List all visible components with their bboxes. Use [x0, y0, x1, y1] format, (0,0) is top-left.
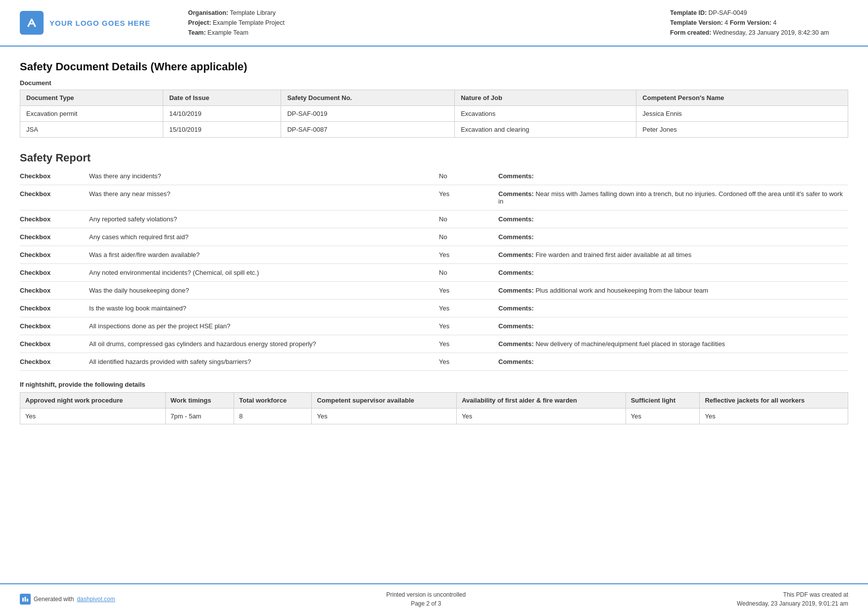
doc-cell-1-3: Excavation and clearing: [455, 122, 636, 138]
safety-row: Checkbox Any noted environmental inciden…: [20, 264, 848, 282]
document-section-label: Document: [20, 79, 848, 87]
answer-text: No: [439, 215, 498, 223]
doc-col-nature: Nature of Job: [455, 90, 636, 106]
doc-table-body: Excavation permit14/10/2019DP-SAF-0019Ex…: [20, 106, 848, 138]
question-text: Was there any near misses?: [89, 190, 439, 198]
footer-generated-text: Generated with: [34, 596, 74, 603]
night-table-body: Yes7pm - 5am8YesYesYesYes: [20, 409, 848, 424]
team-line: Team: Example Team: [188, 28, 248, 38]
project-line: Project: Example Template Project: [188, 18, 285, 28]
comments-text: Comments:: [498, 322, 848, 330]
doc-table-row: JSA15/10/2019DP-SAF-0087Excavation and c…: [20, 122, 848, 138]
comments-text: Comments: Plus additional work and house…: [498, 287, 848, 294]
safety-row: Checkbox Was there any near misses? Yes …: [20, 185, 848, 210]
answer-text: Yes: [439, 322, 498, 330]
checkbox-label: Checkbox: [20, 287, 89, 294]
comments-text: Comments:: [498, 172, 848, 180]
comments-text: Comments: New delivery of machine/equipm…: [498, 340, 848, 348]
footer-left: Generated with dashpivot.com: [20, 594, 115, 605]
question-text: Any noted environmental incidents? (Chem…: [89, 269, 439, 276]
header: YOUR LOGO GOES HERE Organisation: Templa…: [0, 0, 868, 47]
checkbox-label: Checkbox: [20, 233, 89, 241]
team-label: Team:: [188, 29, 206, 36]
logo-area: YOUR LOGO GOES HERE: [20, 11, 158, 35]
form-created-line: Form created: Wednesday, 23 January 2019…: [670, 28, 829, 38]
checkbox-label: Checkbox: [20, 358, 89, 365]
comments-text: Comments:: [498, 269, 848, 276]
checkbox-label: Checkbox: [20, 305, 89, 312]
checkbox-label: Checkbox: [20, 322, 89, 330]
night-cell-0-4: Yes: [457, 409, 626, 424]
project-label: Project:: [188, 19, 211, 26]
answer-text: No: [439, 172, 498, 180]
question-text: Any cases which required first aid?: [89, 233, 439, 241]
footer-logo-icon: [20, 594, 31, 605]
answer-text: Yes: [439, 340, 498, 348]
doc-table-header-row: Document Type Date of Issue Safety Docum…: [20, 90, 848, 106]
night-col-header-2: Total workforce: [234, 393, 312, 409]
template-id-line: Template ID: DP-SAF-0049: [670, 8, 747, 18]
question-text: All oil drums, compressed gas cylinders …: [89, 340, 439, 348]
doc-col-person: Competent Person's Name: [636, 90, 848, 106]
logo-text: YOUR LOGO GOES HERE: [49, 19, 150, 27]
question-text: Is the waste log book maintained?: [89, 305, 439, 312]
svg-rect-1: [25, 597, 26, 602]
footer-right: This PDF was created at Wednesday, 23 Ja…: [737, 590, 848, 608]
question-text: Was there any incidents?: [89, 172, 439, 180]
comments-text: Comments:: [498, 215, 848, 223]
doc-cell-0-4: Jessica Ennis: [636, 106, 848, 122]
footer-center-line2: Page 2 of 3: [386, 599, 466, 608]
safety-report-rows: Checkbox Was there any incidents? No Com…: [20, 167, 848, 371]
org-label: Organisation:: [188, 9, 228, 16]
doc-col-date: Date of Issue: [163, 90, 281, 106]
answer-text: Yes: [439, 305, 498, 312]
comments-text: Comments: Near miss with James falling d…: [498, 190, 848, 205]
doc-col-number: Safety Document No.: [281, 90, 455, 106]
content: Safety Document Details (Where applicabl…: [0, 47, 868, 583]
doc-cell-0-3: Excavations: [455, 106, 636, 122]
safety-row: Checkbox Is the waste log book maintaine…: [20, 300, 848, 317]
footer: Generated with dashpivot.com Printed ver…: [0, 583, 868, 614]
page-title: Safety Document Details (Where applicabl…: [20, 60, 848, 73]
doc-cell-0-0: Excavation permit: [20, 106, 163, 122]
answer-text: Yes: [439, 358, 498, 365]
doc-table-row: Excavation permit14/10/2019DP-SAF-0019Ex…: [20, 106, 848, 122]
doc-cell-1-1: 15/10/2019: [163, 122, 281, 138]
comments-text: Comments:: [498, 305, 848, 312]
nightshift-label: If nightshift, provide the following det…: [20, 381, 848, 388]
doc-cell-0-1: 14/10/2019: [163, 106, 281, 122]
night-col-header-5: Sufficient light: [626, 393, 700, 409]
template-version-line: Template Version: 4 Form Version: 4: [670, 18, 776, 28]
header-meta: Organisation: Template Library Project: …: [158, 8, 670, 38]
logo-icon: [20, 11, 44, 35]
night-cell-0-2: 8: [234, 409, 312, 424]
night-table-header-row: Approved night work procedureWork timing…: [20, 393, 848, 409]
comments-text: Comments: Fire warden and trained first …: [498, 251, 848, 258]
footer-center-line1: Printed version is uncontrolled: [386, 590, 466, 599]
checkbox-label: Checkbox: [20, 190, 89, 198]
night-cell-0-5: Yes: [626, 409, 700, 424]
comments-text: Comments:: [498, 233, 848, 241]
question-text: Was a first aider/fire warden available?: [89, 251, 439, 258]
night-cell-0-3: Yes: [312, 409, 457, 424]
safety-row: Checkbox Any cases which required first …: [20, 228, 848, 246]
night-col-header-6: Reflective jackets for all workers: [700, 393, 848, 409]
answer-text: No: [439, 269, 498, 276]
safety-row: Checkbox All identified hazards provided…: [20, 353, 848, 371]
doc-cell-1-2: DP-SAF-0087: [281, 122, 455, 138]
doc-cell-1-0: JSA: [20, 122, 163, 138]
night-col-header-1: Work timings: [165, 393, 234, 409]
safety-row: Checkbox Was there any incidents? No Com…: [20, 167, 848, 185]
doc-col-type: Document Type: [20, 90, 163, 106]
night-cell-0-1: 7pm - 5am: [165, 409, 234, 424]
doc-cell-1-4: Peter Jones: [636, 122, 848, 138]
safety-row: Checkbox Any reported safety violations?…: [20, 210, 848, 228]
safety-row: Checkbox Was the daily housekeeping done…: [20, 282, 848, 300]
footer-generated-link[interactable]: dashpivot.com: [77, 596, 115, 603]
night-cell-0-0: Yes: [20, 409, 166, 424]
safety-report-title: Safety Report: [20, 152, 848, 164]
doc-cell-0-2: DP-SAF-0019: [281, 106, 455, 122]
night-col-header-3: Competent supervisor available: [312, 393, 457, 409]
org-line: Organisation: Template Library: [188, 8, 276, 18]
page: YOUR LOGO GOES HERE Organisation: Templa…: [0, 0, 868, 614]
